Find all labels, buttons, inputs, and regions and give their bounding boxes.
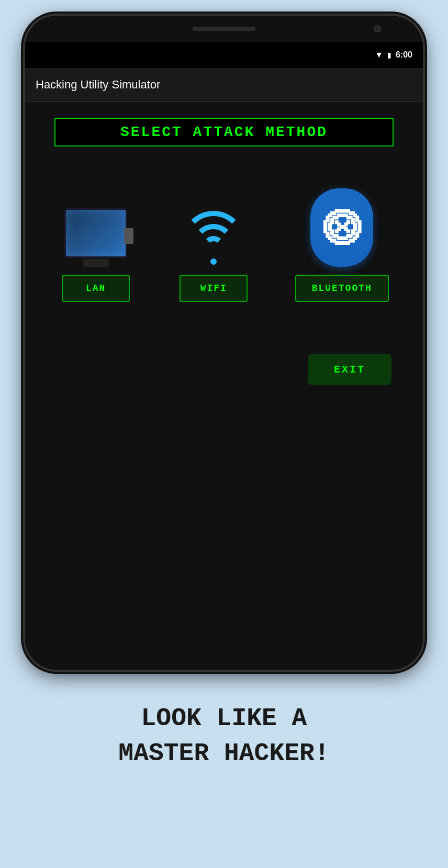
app-bar: Hacking Utility Simulator bbox=[25, 68, 423, 102]
status-time: 6:00 bbox=[396, 50, 412, 60]
phone-inner: ▼ ▮ 6:00 Hacking Utility Simulator SELEC… bbox=[25, 42, 423, 670]
page-wrapper: ▼ ▮ 6:00 Hacking Utility Simulator SELEC… bbox=[0, 0, 448, 868]
attack-methods-row: LAN WIFI bbox=[36, 188, 412, 302]
wifi-status-icon: ▼ bbox=[375, 50, 383, 60]
lan-usb-icon bbox=[124, 228, 133, 244]
phone-shell: ▼ ▮ 6:00 Hacking Utility Simulator SELEC… bbox=[25, 16, 423, 670]
status-bar: ▼ ▮ 6:00 bbox=[25, 42, 423, 68]
wifi-large-icon bbox=[180, 215, 248, 267]
tagline-area: LOOK LIKE A MASTER HACKER! bbox=[0, 670, 448, 803]
app-title: Hacking Utility Simulator bbox=[36, 78, 160, 92]
wifi-arcs bbox=[182, 216, 245, 266]
wifi-method-item: WIFI bbox=[180, 215, 248, 302]
lan-method-item: LAN bbox=[59, 199, 132, 302]
exit-button[interactable]: EXIT bbox=[308, 354, 391, 385]
lan-button[interactable]: LAN bbox=[62, 275, 130, 302]
exit-button-container: EXIT bbox=[36, 354, 412, 385]
lan-monitor-icon bbox=[64, 208, 127, 258]
bluetooth-symbol: ⨷ bbox=[323, 209, 360, 246]
tagline-text: LOOK LIKE A MASTER HACKER! bbox=[21, 701, 427, 771]
bluetooth-large-icon: ⨷ bbox=[310, 188, 373, 267]
bluetooth-method-item: ⨷ BLUETOOTH bbox=[295, 188, 389, 302]
speaker-grille bbox=[193, 27, 255, 31]
wifi-arc-inner bbox=[203, 236, 224, 257]
tagline-line2: MASTER HACKER! bbox=[118, 739, 329, 768]
bluetooth-button[interactable]: BLUETOOTH bbox=[295, 275, 389, 302]
wifi-dot bbox=[210, 258, 217, 265]
status-icons: ▼ ▮ 6:00 bbox=[375, 50, 412, 60]
battery-icon: ▮ bbox=[387, 51, 391, 59]
attack-method-label: SELECT ATTACK METHOD bbox=[54, 118, 394, 146]
phone-top bbox=[25, 16, 423, 42]
app-content: SELECT ATTACK METHOD LAN bbox=[25, 102, 423, 670]
lan-icon bbox=[59, 199, 132, 267]
tagline-line1: LOOK LIKE A bbox=[141, 704, 307, 732]
front-camera-icon bbox=[374, 25, 381, 32]
wifi-button[interactable]: WIFI bbox=[180, 275, 248, 302]
